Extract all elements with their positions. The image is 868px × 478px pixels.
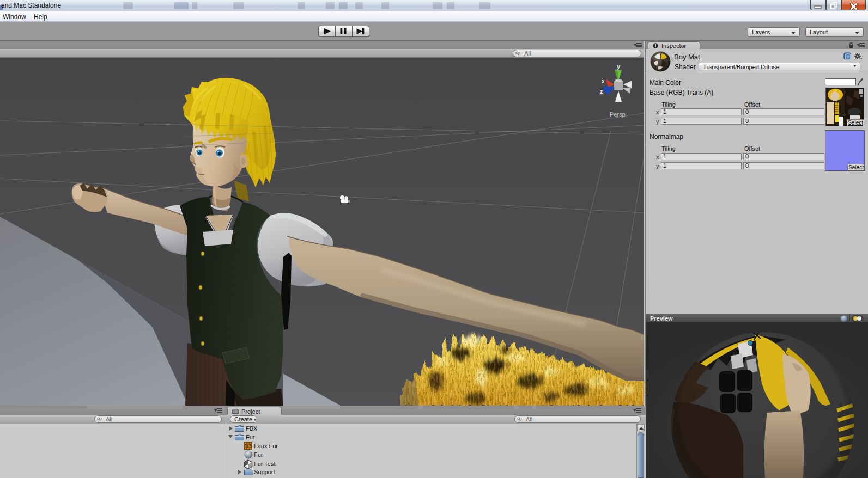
svg-text:z: z [600,88,603,95]
svg-text:Persp: Persp [610,111,626,118]
svg-text:x: x [602,78,605,84]
svg-text:Faux Fur: Faux Fur [254,443,278,449]
svg-text:y: y [617,63,621,70]
svg-text:Fur Test: Fur Test [254,461,276,467]
svg-text:?: ? [847,54,849,59]
svg-text:Support: Support [254,469,275,475]
svg-text:FBX: FBX [246,425,258,432]
svg-text:Fur: Fur [246,434,255,440]
svg-text:Fur: Fur [254,451,263,458]
